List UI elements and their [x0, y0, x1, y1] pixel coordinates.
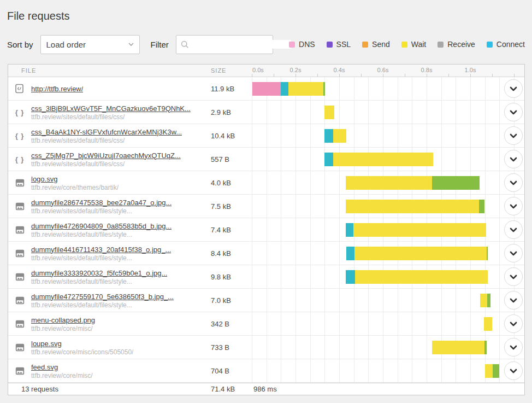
- file-link[interactable]: dummyfile2867475538_bee27a0a47_o.jpg...: [31, 198, 172, 207]
- file-size: 11.9 kB: [211, 77, 252, 100]
- waterfall-segment-connect: [346, 270, 355, 284]
- axis-tick: [492, 74, 493, 77]
- expand-row-button[interactable]: [504, 197, 523, 215]
- filter-search-box: [176, 35, 273, 54]
- waterfall-cell: [252, 265, 524, 288]
- expand-row-button[interactable]: [504, 103, 523, 121]
- chevron-down-icon: [510, 251, 517, 256]
- waterfall-segment-receive: [493, 364, 499, 378]
- waterfall-segment-connect: [324, 129, 333, 143]
- file-cell: menu-collapsed.png ttfb.review/core/misc…: [8, 312, 211, 335]
- file-link[interactable]: logo.svg: [31, 175, 57, 184]
- waterfall-cell: [252, 242, 524, 265]
- waterfall-segment-wait: [324, 106, 334, 119]
- waterfall-cell: [252, 359, 524, 382]
- axis-label: 0.0s: [252, 67, 264, 73]
- column-header-size: SIZE: [211, 67, 252, 74]
- expand-row-button[interactable]: [504, 173, 523, 192]
- legend-label: Connect: [496, 40, 525, 49]
- file-link[interactable]: dummyfile4726904809_0a85583b5d_b.jpg...: [31, 222, 172, 231]
- waterfall-segment-wait: [355, 270, 488, 284]
- legend-item-receive: Receive: [438, 40, 475, 49]
- expand-row-button[interactable]: [504, 291, 523, 309]
- file-size: 8.4 kB: [211, 242, 252, 265]
- table-footer: 13 requests 71.4 kB 986 ms: [8, 383, 524, 395]
- expand-row-button[interactable]: [504, 126, 523, 145]
- file-request-row: dummyfile4416711433_20af415f38_o.jpg_...…: [8, 242, 524, 265]
- chevron-down-icon: [510, 110, 517, 115]
- waterfall-cell: [252, 312, 524, 335]
- file-path: ttfb.review/sites/default/files/style...: [31, 231, 172, 239]
- chevron-down-icon: [510, 345, 517, 350]
- file-size: 7.0 kB: [211, 289, 252, 312]
- filter-input[interactable]: [192, 40, 291, 49]
- file-cell: loupe.svg ttfb.review/core/misc/icons/50…: [8, 336, 211, 359]
- legend-swatch: [401, 42, 407, 48]
- chevron-down-icon: [510, 157, 517, 162]
- file-link[interactable]: dummyfile3333920032_f5fc59b0e1_o.jpg...: [31, 269, 167, 278]
- file-path: ttfb.review/sites/default/files/style...: [31, 254, 171, 262]
- waterfall-segment-connect: [281, 82, 288, 96]
- total-load-time: 986 ms: [252, 385, 524, 393]
- expand-row-button[interactable]: [504, 361, 523, 380]
- file-path: ttfb.review/core/themes/bartik/: [31, 184, 119, 192]
- file-cell: { } css_3lBjB9LxWGvT5F_MnCGazkuov6eT9QNh…: [8, 101, 211, 124]
- waterfall-segment-wait: [484, 317, 492, 331]
- file-link[interactable]: css_3lBjB9LxWGvT5F_MnCGazkuov6eT9QNhK...: [31, 104, 191, 113]
- file-size: 2.9 kB: [211, 101, 252, 124]
- axis-label: 0.2s: [290, 67, 302, 73]
- file-cell: feed.svg ttfb.review/core/misc/: [8, 359, 211, 382]
- sort-order-select[interactable]: Load order: [40, 35, 140, 54]
- file-request-row: dummyfile4727559170_5e638650f3_b.jpg_...…: [8, 289, 524, 312]
- file-link[interactable]: loupe.svg: [31, 340, 62, 348]
- waterfall-cell: [252, 171, 524, 194]
- file-cell: dummyfile2867475538_bee27a0a47_o.jpg... …: [8, 195, 211, 218]
- file-size: 733 B: [211, 336, 252, 359]
- waterfall-cell: [252, 289, 524, 312]
- waterfall-cell: [252, 124, 524, 147]
- file-link[interactable]: http://ttfb.review/: [31, 85, 83, 94]
- file-cell: dummyfile4727559170_5e638650f3_b.jpg_...…: [8, 289, 211, 312]
- expand-row-button[interactable]: [504, 314, 523, 333]
- expand-row-button[interactable]: [504, 338, 523, 357]
- expand-row-button[interactable]: [504, 267, 523, 286]
- file-link[interactable]: menu-collapsed.png: [31, 316, 95, 325]
- file-link[interactable]: css_B4aAk1NY-slGFVxfufcnWcarXeMNj3K3w...: [31, 128, 182, 137]
- legend-swatch: [438, 42, 444, 48]
- file-path: ttfb.review/core/misc/: [31, 325, 95, 333]
- image-icon: [13, 343, 27, 352]
- expand-row-button[interactable]: [504, 244, 523, 262]
- waterfall-cell: [252, 218, 524, 241]
- legend: DNSSSLSendWaitReceiveConnect: [289, 40, 525, 49]
- axis-tick: [274, 74, 274, 77]
- file-size: 10.4 kB: [211, 124, 252, 147]
- file-cell: { } css_B4aAk1NY-slGFVxfufcnWcarXeMNj3K3…: [8, 124, 211, 147]
- file-size: 704 B: [211, 359, 252, 382]
- image-icon: [13, 179, 27, 187]
- waterfall-segment-wait: [354, 247, 487, 260]
- file-link[interactable]: dummyfile4727559170_5e638650f3_b.jpg_...: [31, 293, 174, 301]
- file-path: ttfb.review/sites/default/files/css/: [31, 113, 191, 121]
- file-link[interactable]: dummyfile4416711433_20af415f38_o.jpg_...: [31, 246, 171, 254]
- file-link[interactable]: css_Z5jMg7P_bjcW9iUzujl7oaechMyxQTUqZ...: [31, 151, 181, 160]
- axis-tick: [317, 74, 318, 77]
- expand-row-button[interactable]: [504, 220, 523, 239]
- image-icon: [13, 273, 27, 281]
- waterfall-segment-connect: [324, 153, 333, 166]
- image-icon: [13, 320, 27, 328]
- file-path: ttfb.review/sites/default/files/css/: [31, 137, 182, 145]
- waterfall-segment-receive: [432, 176, 480, 190]
- chevron-down-icon: [510, 322, 517, 326]
- legend-swatch: [487, 42, 493, 48]
- waterfall-segment-receive: [323, 82, 324, 96]
- axis-tick: [383, 74, 383, 77]
- expand-row-button[interactable]: [504, 150, 523, 168]
- expand-row-button[interactable]: [504, 79, 523, 98]
- legend-item-ssl: SSL: [327, 40, 351, 49]
- file-link[interactable]: feed.svg: [31, 363, 58, 372]
- file-size: 7.4 kB: [211, 218, 252, 241]
- chevron-down-icon: [510, 133, 517, 138]
- waterfall-segment-dns: [252, 82, 281, 96]
- chevron-down-icon: [510, 204, 517, 209]
- braces-icon: { }: [13, 155, 27, 163]
